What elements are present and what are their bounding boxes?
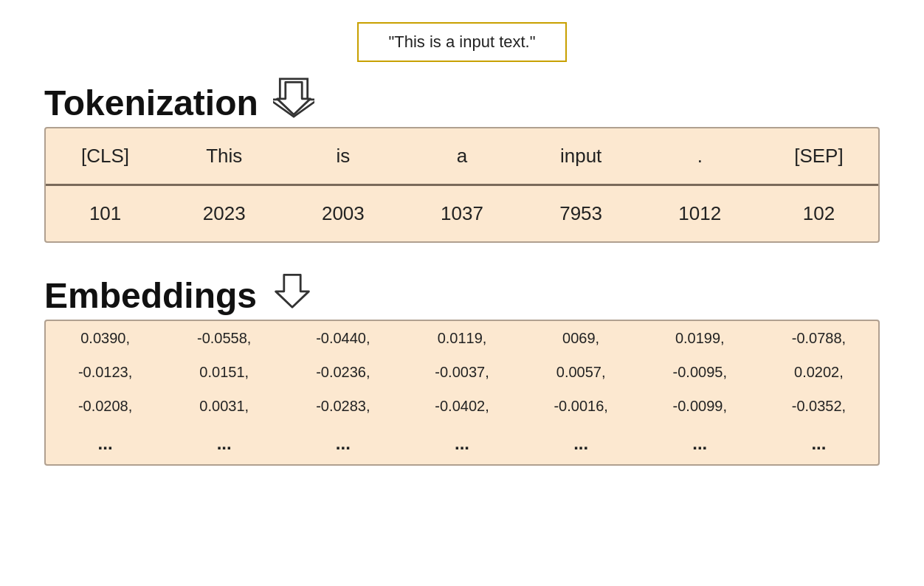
token-id-101: 101	[46, 186, 165, 241]
embed-cell-2-3: -0.0402,	[402, 389, 521, 423]
embed-cell-2-5: -0.0099,	[641, 389, 759, 423]
embed-cell-2-2: -0.0283,	[283, 389, 402, 423]
token-id-2003: 2003	[283, 186, 402, 241]
token-table: [CLS] This is a input . [SEP] 101 2023 2…	[44, 127, 880, 243]
embed-cell-2-6: -0.0352,	[759, 389, 878, 423]
embed-row-0: 0.0390, -0.0558, -0.0440, 0.0119, 0069, …	[46, 321, 878, 355]
embed-cell-0-1: -0.0558,	[165, 321, 283, 355]
embed-cell-0-3: 0.0119,	[402, 321, 521, 355]
embed-cell-0-0: 0.0390,	[46, 321, 165, 355]
embed-cell-1-2: -0.0236,	[283, 355, 402, 389]
input-text-box: "This is a input text."	[357, 22, 566, 62]
embed-cell-1-1: 0.0151,	[165, 355, 283, 389]
embed-row-2: -0.0208, 0.0031, -0.0283, -0.0402, -0.00…	[46, 389, 878, 423]
token-cell-input: input	[522, 128, 641, 184]
token-id-1012: 1012	[641, 186, 759, 241]
token-row-labels: [CLS] This is a input . [SEP]	[46, 128, 878, 186]
token-cell-period: .	[641, 128, 759, 184]
embeddings-arrow	[272, 269, 313, 314]
embed-cell-1-4: 0.0057,	[522, 355, 641, 389]
embed-cell-2-1: 0.0031,	[165, 389, 283, 423]
embed-cell-0-6: -0.0788,	[759, 321, 878, 355]
embed-row-dots: ... ... ... ... ... ... ...	[46, 423, 878, 464]
embed-cell-0-5: 0.0199,	[641, 321, 759, 355]
embed-cell-0-2: -0.0440,	[283, 321, 402, 355]
token-id-7953: 7953	[522, 186, 641, 241]
embed-cell-0-4: 0069,	[522, 321, 641, 355]
embed-cell-1-0: -0.0123,	[46, 355, 165, 389]
token-cell-sep: [SEP]	[759, 128, 878, 184]
embed-cell-dots-0: ...	[46, 423, 165, 464]
embed-cell-dots-2: ...	[283, 423, 402, 464]
embed-row-1: -0.0123, 0.0151, -0.0236, -0.0037, 0.005…	[46, 355, 878, 389]
embed-table: 0.0390, -0.0558, -0.0440, 0.0119, 0069, …	[44, 320, 880, 466]
embed-cell-dots-6: ...	[759, 423, 878, 464]
embed-cell-1-5: -0.0095,	[641, 355, 759, 389]
embeddings-section: Embeddings 0.0390, -0.0558, -0.0440, 0.0…	[44, 269, 880, 466]
embed-cell-dots-1: ...	[165, 423, 283, 464]
embed-cell-1-3: -0.0037,	[402, 355, 521, 389]
token-id-1037: 1037	[402, 186, 521, 241]
tokenization-arrow	[273, 77, 314, 121]
tokenization-section: Tokenization [CLS] This is a input . [SE…	[44, 77, 880, 258]
token-cell-this: This	[165, 128, 283, 184]
tokenization-title: Tokenization	[44, 86, 258, 121]
embed-cell-2-4: -0.0016,	[522, 389, 641, 423]
token-cell-a: a	[402, 128, 521, 184]
token-row-ids: 101 2023 2003 1037 7953 1012 102	[46, 186, 878, 241]
embed-cell-dots-3: ...	[402, 423, 521, 464]
token-cell-cls: [CLS]	[46, 128, 165, 184]
embed-cell-dots-4: ...	[522, 423, 641, 464]
token-id-2023: 2023	[165, 186, 283, 241]
embeddings-title: Embeddings	[44, 278, 257, 314]
token-id-102: 102	[759, 186, 878, 241]
embed-cell-1-6: 0.0202,	[759, 355, 878, 389]
embed-cell-dots-5: ...	[641, 423, 759, 464]
token-cell-is: is	[283, 128, 402, 184]
embed-cell-2-0: -0.0208,	[46, 389, 165, 423]
